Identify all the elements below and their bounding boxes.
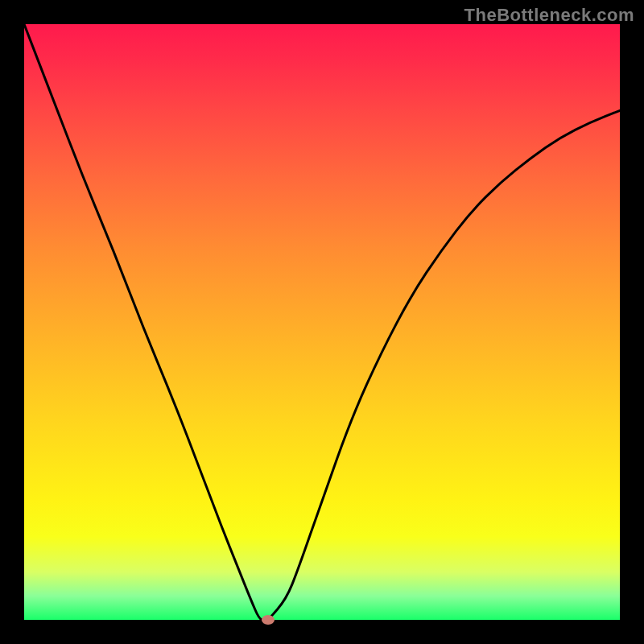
bottleneck-curve: [24, 24, 620, 620]
watermark-label: TheBottleneck.com: [464, 5, 634, 26]
minimum-marker: [262, 615, 275, 625]
chart-frame: TheBottleneck.com: [0, 0, 644, 644]
plot-area: [24, 24, 620, 620]
